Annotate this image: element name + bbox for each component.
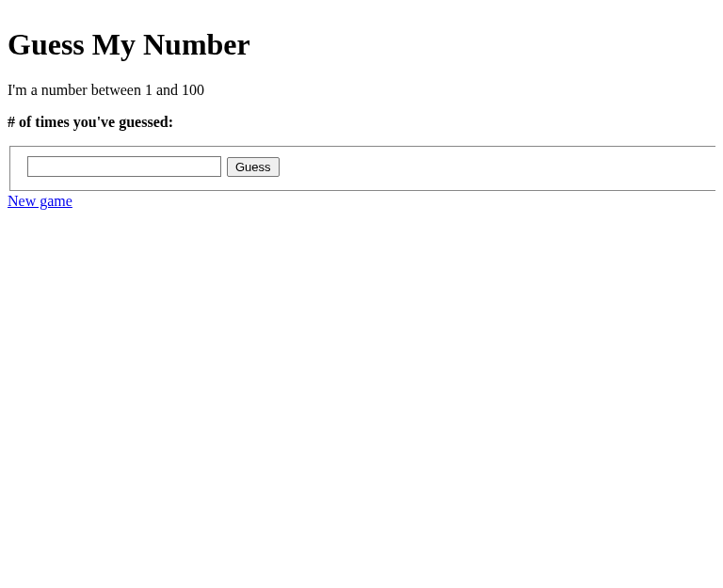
guess-form: Guess [9,146,715,191]
guess-input[interactable] [27,156,221,177]
guess-button[interactable]: Guess [227,157,280,177]
page-title: Guess My Number [8,27,715,62]
guess-count-label: # of times you've guessed: [8,114,715,131]
intro-text: I'm a number between 1 and 100 [8,82,715,99]
new-game-link[interactable]: New game [8,193,72,210]
